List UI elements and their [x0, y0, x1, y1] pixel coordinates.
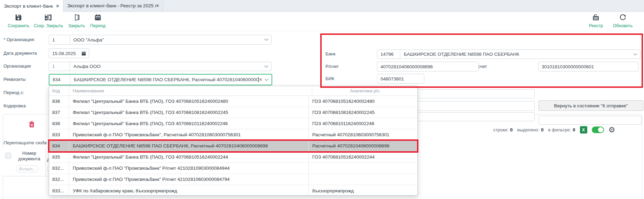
doc-date-value: 15.08.2025	[49, 51, 81, 56]
dropdown-row[interactable]: 833... УФК по Хабаровскому краю, 8ъхэзор…	[49, 185, 417, 196]
bank-label: Банк	[325, 51, 336, 58]
org-label: * Организация:	[3, 37, 35, 43]
select-all-checkbox[interactable]	[5, 153, 11, 159]
col-analytics-header[interactable]: Аналитика р\с	[312, 86, 417, 95]
row-name: Филиал "Центральный" Банка ВТБ (ПАО), ГО…	[69, 110, 308, 115]
toolbar: Сохранить Сохр. Закрыть Закрыть Период Р…	[0, 12, 644, 31]
filtered-count: в фильтре: 0	[548, 127, 575, 132]
row-name: Приволжский ф-л ПАО "Промсвязьбанк", Рас…	[69, 132, 308, 137]
org2-select[interactable]: 1 Альфа ООО	[49, 62, 272, 71]
row-code: 837	[49, 107, 69, 118]
excel-export-icon[interactable]: X	[580, 126, 587, 133]
bank-name: БАШКИРСКОЕ ОТДЕЛЕНИЕ N8598 ПАО СБЕРБАНК	[400, 52, 633, 57]
save-icon	[15, 14, 22, 23]
org-name: ООО "Альфа"	[70, 37, 264, 43]
column-divider	[45, 148, 46, 176]
org2-name: Альфа ООО	[70, 64, 264, 69]
registry-label: Реестр	[589, 23, 603, 28]
dropdown-row[interactable]: 836 Филиал "Центральный" Банка ВТБ (ПАО)…	[49, 96, 417, 107]
row-name: УФК по Хабаровскому краю, 8ъхэзорпряапро…	[69, 188, 308, 193]
save-button[interactable]: Сохранить	[8, 14, 29, 28]
dropdown-row[interactable]: 837 Филиал "Центральный" Банка ВТБ (ПАО)…	[49, 107, 417, 118]
empty-field-4[interactable]	[539, 116, 642, 125]
chevron-down-icon[interactable]	[264, 77, 269, 83]
requisites-label: Реквизиты	[3, 77, 26, 83]
bik-value: 048073601	[377, 76, 424, 82]
org-select[interactable]: 1 ООО "Альфа"	[49, 35, 272, 45]
clear-icon[interactable]: ✕	[259, 77, 262, 82]
row-code: 834	[49, 140, 69, 151]
calendar-icon	[94, 14, 102, 23]
filter-toggle[interactable]	[592, 127, 604, 133]
bik-input[interactable]: 048073601	[377, 74, 424, 84]
bik-label: БИК	[325, 76, 334, 82]
app-window: Экспорт в клиент-банк ✕ Экспорт в клиент…	[0, 0, 644, 199]
close-icon[interactable]: ✕	[56, 3, 60, 9]
dropdown-row[interactable]: 832... Приволжский ф-л ПАО "Промсвязьбан…	[49, 163, 417, 174]
save-close-button[interactable]: Сохр. Закрыть	[34, 14, 63, 28]
filtered-count-label: в фильтре:	[548, 127, 571, 132]
return-to-send-state-button[interactable]: Вернуть в состояние "К отправке"	[539, 100, 643, 111]
tab-export[interactable]: Экспорт в клиент-банк ✕	[0, 0, 63, 12]
org2-label: Организация	[3, 63, 31, 70]
dropdown-row[interactable]: 838 Филиал "Центральный" Банка ВТБ (ПАО)…	[49, 118, 417, 129]
row-name: БАШКИРСКОЕ ОТДЕЛЕНИЕ N8598 ПАО СБЕРБАНК,…	[69, 143, 308, 148]
row-analytics: Расчетный 40702810603000756301	[308, 129, 417, 140]
row-analytics: 8ъхэзорпряапрожд	[308, 185, 417, 196]
calendar-icon[interactable]	[81, 51, 86, 56]
close-button[interactable]: Закрыть	[68, 14, 85, 28]
gear-icon[interactable]: ⚙	[608, 126, 615, 134]
period-label: Период	[90, 23, 105, 28]
requisites-code: 834	[49, 75, 70, 85]
col-code-header[interactable]: Код	[49, 86, 69, 95]
row-name: Филиал "Центральный" Банка ВТБ (ПАО), ГО…	[69, 121, 308, 126]
filtered-count-value: 0	[573, 127, 575, 132]
rs-input[interactable]: 40702810406000008696	[377, 62, 479, 71]
refresh-label: Обновить	[613, 23, 633, 28]
row-analytics	[308, 174, 417, 185]
row-analytics: Расчетный 40702810406000008696	[308, 140, 417, 151]
doc-date-input[interactable]: 15.08.2025	[49, 48, 89, 58]
chevron-down-icon[interactable]	[264, 64, 269, 69]
rs-label: Р/счет	[325, 64, 339, 70]
col-name-header[interactable]: Наименование	[69, 88, 312, 93]
refresh-button[interactable]: Обновить	[613, 14, 633, 28]
org2-code: 1	[49, 62, 70, 71]
doc-date-label: Дата документа	[3, 51, 37, 57]
selected-count: выделено: 0	[517, 127, 544, 132]
dropdown-row-selected[interactable]: 834 БАШКИРСКОЕ ОТДЕЛЕНИЕ N8598 ПАО СБЕРБ…	[49, 140, 417, 152]
grid-stats: строки: 0 выделено: 0 в фильтре: 0 X ⚙	[493, 125, 615, 134]
tab-label: Экспорт в клиент-банк	[0, 3, 53, 9]
rows-count: строки: 0	[493, 127, 513, 132]
row-analytics: ГОЗ 40706810516240002244	[308, 152, 417, 162]
dropdown-row[interactable]: 835 Филиал "Центральный" Банка ВТБ (ПАО)…	[49, 152, 417, 163]
rows-count-label: строки:	[493, 127, 508, 132]
dropdown-row[interactable]: 832... Приволжский ф-л ПАО "Промсвязьбан…	[49, 174, 417, 185]
registry-button[interactable]: Реестр	[589, 14, 603, 28]
tab-label: Экспорт в клиент-банк - Реестр за 2025 г…	[63, 3, 156, 8]
chevron-down-icon[interactable]	[264, 37, 269, 43]
bank-select[interactable]: 14796 БАШКИРСКОЕ ОТДЕЛЕНИЕ N8598 ПАО СБЕ…	[377, 49, 641, 59]
dropdown-header: Код Наименование Аналитика р\с	[49, 86, 417, 96]
tab-export-registry[interactable]: Экспорт в клиент-банк - Реестр за 2025 г…	[63, 0, 163, 12]
row-name: Приволжский ф-л ПАО "Промсвязьбанк" Р/сч…	[69, 166, 308, 171]
row-name: Приволжский ф-л ПАО "Промсвязьбанк" Р/сч…	[69, 177, 308, 182]
save-close-icon	[44, 14, 53, 23]
selected-count-label: выделено:	[517, 127, 539, 132]
bank-code: 14796	[377, 50, 400, 59]
trash-icon[interactable]	[28, 121, 36, 130]
requisites-combobox[interactable]: 834 БАШКИРСКОЕ ОТДЕЛЕНИЕ N8598 ПАО СБЕРБ…	[49, 74, 272, 85]
row-code: 832...	[49, 163, 69, 174]
doc-number-filter-input[interactable]	[16, 165, 38, 173]
period-from-label: Период с:	[3, 90, 24, 96]
door-close-icon	[73, 14, 80, 23]
dropdown-row[interactable]: 833 Приволжский ф-л ПАО "Промсвязьбанк",…	[49, 129, 417, 140]
ks-input[interactable]: 30101810300000000601	[538, 62, 638, 71]
column-doc-number[interactable]: Номер документа	[13, 151, 45, 162]
period-button[interactable]: Период	[90, 14, 105, 28]
row-code: 832...	[49, 174, 69, 185]
chevron-down-icon[interactable]	[633, 52, 638, 57]
org-code: 1	[49, 35, 70, 44]
close-icon[interactable]: ✕	[156, 3, 159, 8]
tab-bar: Экспорт в клиент-банк ✕ Экспорт в клиент…	[0, 0, 644, 12]
